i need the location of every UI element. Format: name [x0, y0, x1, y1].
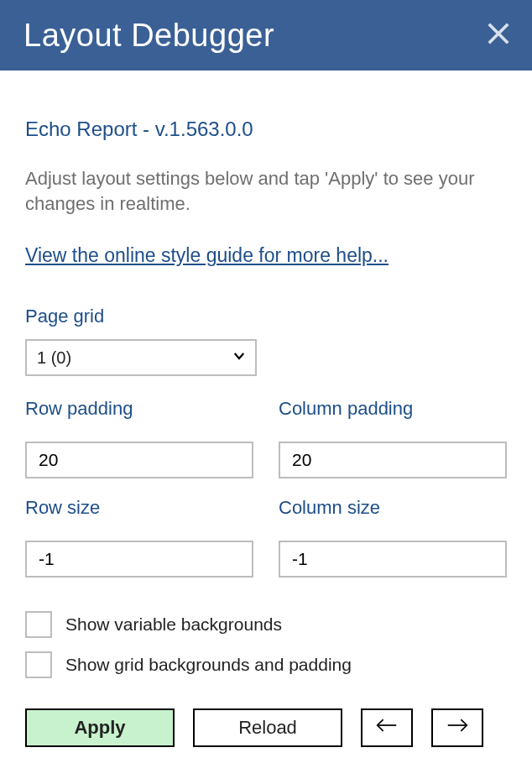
page-grid-selected-value: 1 (0) [25, 339, 257, 376]
page-grid-select[interactable]: 1 (0) [25, 339, 257, 376]
back-button[interactable] [361, 708, 413, 747]
window-title: Layout Debugger [23, 18, 274, 54]
row-padding-field: Row padding [25, 398, 253, 478]
close-icon [486, 21, 511, 50]
row-padding-label: Row padding [25, 398, 253, 420]
column-size-field: Column size [279, 497, 507, 578]
page-grid-label: Page grid [25, 306, 507, 327]
row-padding-input[interactable] [25, 442, 253, 478]
row-size-field: Row size [25, 497, 253, 578]
close-button[interactable] [483, 20, 514, 50]
column-size-label: Column size [279, 497, 507, 519]
help-link[interactable]: View the online style guide for more hel… [25, 244, 389, 267]
variable-bg-row: Show variable backgrounds [25, 611, 507, 638]
row-size-input[interactable] [25, 541, 253, 578]
column-padding-label: Column padding [279, 398, 507, 420]
grid-bg-checkbox[interactable] [25, 651, 52, 678]
arrow-right-icon [446, 717, 468, 739]
button-row: Apply Reload [25, 708, 507, 747]
grid-bg-label: Show grid backgrounds and padding [65, 655, 352, 675]
grid-bg-row: Show grid backgrounds and padding [25, 651, 507, 678]
row-size-label: Row size [25, 497, 253, 519]
apply-button[interactable]: Apply [25, 708, 175, 747]
content-area: Echo Report - v.1.563.0.0 Adjust layout … [0, 71, 532, 747]
variable-bg-label: Show variable backgrounds [65, 614, 282, 635]
column-padding-field: Column padding [279, 398, 507, 478]
column-size-input[interactable] [279, 541, 507, 578]
reload-button[interactable]: Reload [193, 708, 342, 747]
variable-bg-checkbox[interactable] [25, 611, 52, 638]
column-padding-input[interactable] [279, 442, 507, 478]
titlebar: Layout Debugger [0, 0, 532, 71]
arrow-left-icon [376, 717, 398, 739]
forward-button[interactable] [431, 708, 483, 747]
app-version-label: Echo Report - v.1.563.0.0 [25, 118, 507, 141]
description-text: Adjust layout settings below and tap 'Ap… [25, 166, 495, 216]
